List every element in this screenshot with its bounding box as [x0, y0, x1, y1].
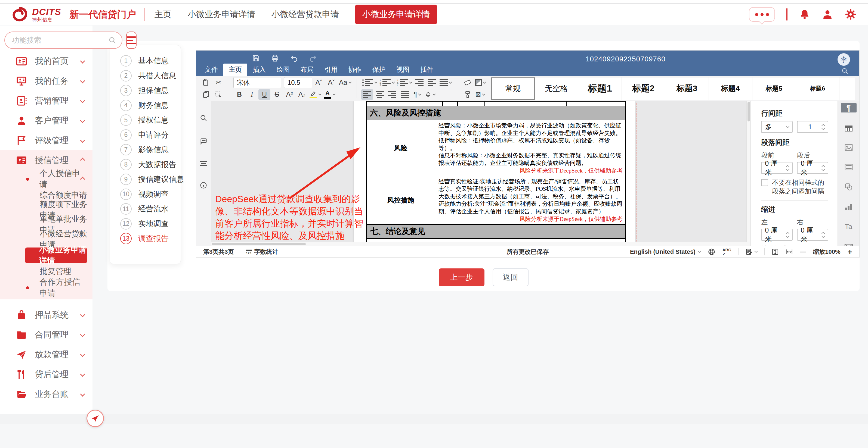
line-spacing-select[interactable]: 多	[761, 121, 793, 133]
style-no-space[interactable]: 无空格	[535, 77, 578, 100]
style-gallery-more-icon[interactable]	[839, 77, 855, 100]
sidebar-item-collateral[interactable]: 押品系统	[0, 305, 92, 325]
sidebar-item-disbursement[interactable]: 放款管理	[0, 344, 92, 364]
word-count-button[interactable]: 123 字数统计	[246, 248, 278, 256]
space-after-stepper[interactable]: 0 厘米	[797, 162, 828, 174]
line-spacing-icon[interactable]	[438, 77, 453, 88]
sidebar-item-customers[interactable]: 客户管理	[0, 111, 92, 130]
header-footer-panel-icon[interactable]	[845, 164, 853, 171]
find-icon[interactable]	[200, 114, 207, 122]
menu-layout[interactable]: 布局	[295, 64, 319, 76]
language-selector[interactable]: English (United States)	[630, 248, 701, 255]
style-heading5[interactable]: 标题5	[752, 77, 796, 100]
editor-search-icon[interactable]	[841, 67, 848, 74]
menu-collapse-icon[interactable]	[126, 32, 136, 49]
canvas-vertical-scrollbar[interactable]	[746, 101, 750, 246]
step-apply-score[interactable]: 6申请评分	[120, 128, 181, 143]
step-business-flow[interactable]: 11经营流水	[120, 202, 181, 216]
highlight-color-icon[interactable]	[308, 90, 322, 100]
shading-fill-icon[interactable]	[424, 90, 436, 100]
zoom-level[interactable]: 缩放100%	[813, 248, 840, 256]
menu-view[interactable]: 视图	[391, 64, 415, 76]
submenu-item-micro-detail-active[interactable]: 小微业务申请详情	[25, 247, 87, 263]
bell-icon[interactable]	[799, 9, 810, 20]
font-name-select[interactable]: 宋体	[234, 77, 281, 88]
multilevel-list-icon[interactable]: 1ai	[396, 77, 413, 88]
paragraph-panel-icon[interactable]: ¶	[841, 103, 857, 112]
copy-icon[interactable]	[200, 90, 212, 100]
comments-icon[interactable]	[199, 137, 208, 145]
avatar[interactable]: 李	[838, 53, 850, 66]
style-normal[interactable]: 常规	[491, 77, 535, 100]
space-before-stepper[interactable]: 0 厘米	[761, 162, 793, 174]
sidebar-item-my-home[interactable]: 我的首页	[0, 51, 92, 71]
paragraph-mark-icon[interactable]: ¶	[411, 90, 423, 100]
fit-width-icon[interactable]	[786, 248, 793, 255]
indent-left-stepper[interactable]: 0 厘米	[761, 229, 793, 241]
globe-icon[interactable]	[708, 248, 715, 256]
print-icon[interactable]	[271, 54, 279, 62]
checkbox-icon[interactable]	[761, 179, 768, 186]
zoom-out-button[interactable]: —	[800, 248, 806, 255]
style-heading1[interactable]: 标题1	[578, 77, 622, 100]
justify-icon[interactable]	[399, 90, 411, 100]
strikethrough-icon[interactable]: S	[271, 90, 283, 100]
step-co-borrower[interactable]: 2共借人信息	[120, 68, 181, 83]
fit-page-icon[interactable]	[772, 248, 779, 255]
floating-assistant-button[interactable]	[87, 410, 104, 427]
italic-icon[interactable]: I	[246, 90, 258, 100]
menu-insert[interactable]: 插入	[247, 64, 271, 76]
chart-panel-icon[interactable]	[845, 203, 852, 210]
increase-indent-icon[interactable]	[426, 77, 438, 88]
user-icon[interactable]	[822, 9, 833, 20]
page-indicator[interactable]: 第3页共3页	[203, 248, 234, 256]
save-icon[interactable]	[252, 54, 260, 62]
search-input[interactable]	[12, 36, 108, 44]
sidebar-item-post-loan[interactable]: 贷后管理	[0, 364, 92, 384]
document-page[interactable]: 六、风险及风控措施 风险 经营风险：小微企业市场竞争力弱，易受行业波动（如政策变…	[354, 101, 636, 246]
spellcheck-icon[interactable]: ABC✓	[722, 248, 732, 256]
font-size-select[interactable]: 10.5	[284, 77, 312, 88]
info-icon[interactable]	[200, 181, 207, 189]
ellipsis-bubble-icon[interactable]	[749, 7, 775, 22]
step-imaging[interactable]: 7影像信息	[120, 142, 181, 157]
text-art-panel-icon[interactable]: Ta	[845, 223, 852, 231]
style-heading2[interactable]: 标题2	[622, 77, 665, 100]
select-icon[interactable]	[212, 90, 224, 100]
style-heading6[interactable]: 标题6	[796, 77, 839, 100]
shrink-font-icon[interactable]: Aˇ	[325, 77, 337, 88]
redo-icon[interactable]	[309, 54, 317, 62]
menu-references[interactable]: 引用	[319, 64, 343, 76]
step-video-survey[interactable]: 10视频调查	[120, 187, 181, 202]
menu-plugins[interactable]: 插件	[415, 64, 439, 76]
frame-icon[interactable]: ⊠	[474, 90, 486, 100]
headings-nav-icon[interactable]	[200, 161, 207, 166]
same-style-checkbox[interactable]: 不要在相同样式的段落之间添加间隔	[761, 178, 828, 196]
zoom-in-button[interactable]: +	[847, 247, 852, 256]
subscript-icon[interactable]: A₂	[296, 90, 308, 100]
grow-font-icon[interactable]: Aˆ	[313, 77, 325, 88]
step-authorization[interactable]: 5授权信息	[120, 113, 181, 128]
indent-right-stepper[interactable]: 0 厘米	[797, 229, 828, 241]
sidebar-item-rating[interactable]: 评级管理	[0, 130, 92, 150]
nav-tab-micro-loan-apply[interactable]: 小微经营贷款申请	[272, 9, 339, 20]
decrease-indent-icon[interactable]	[413, 77, 426, 88]
sidebar-item-marketing[interactable]: 营销管理	[0, 91, 92, 111]
font-color-icon[interactable]: A	[322, 90, 336, 100]
nav-tab-micro-detail-active[interactable]: 小微业务申请详情	[355, 5, 437, 24]
sidebar-item-contracts[interactable]: 合同管理	[0, 325, 92, 344]
align-center-icon[interactable]	[374, 90, 386, 100]
step-survey-report-active[interactable]: 13调查报告	[120, 231, 181, 246]
align-left-icon[interactable]	[361, 90, 373, 100]
menu-file[interactable]: 文件	[199, 64, 223, 76]
paste-icon[interactable]	[200, 77, 212, 88]
canvas-horizontal-scrollbar[interactable]	[211, 242, 750, 246]
document-canvas[interactable]: 六、风险及风控措施 风险 经营风险：小微企业市场竞争力弱，易受行业波动（如政策变…	[211, 101, 750, 246]
table-panel-icon[interactable]	[845, 126, 852, 132]
step-field-survey[interactable]: 12实地调查	[120, 216, 181, 232]
underline-icon[interactable]: U	[258, 90, 270, 100]
numbered-list-icon[interactable]: 123	[379, 77, 396, 88]
align-right-icon[interactable]	[386, 90, 398, 100]
menu-protect[interactable]: 保护	[367, 64, 391, 76]
sidebar-item-credit-mgmt[interactable]: 授信管理	[0, 150, 92, 170]
